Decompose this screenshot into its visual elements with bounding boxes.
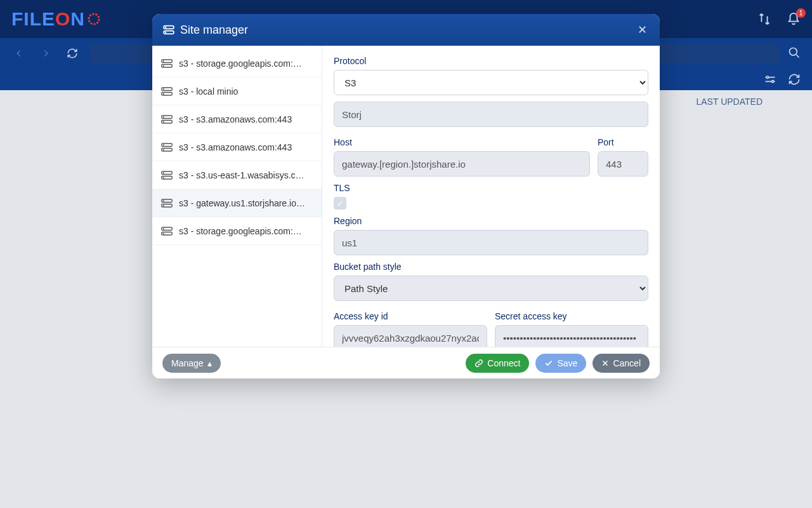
site-item-label: s3 - storage.googleapis.com:… bbox=[179, 58, 302, 69]
svg-point-15 bbox=[163, 93, 164, 94]
modal-footer: Manage ▴ Connect Save Cancel bbox=[152, 347, 660, 378]
connect-label: Connect bbox=[487, 358, 520, 368]
provider-field[interactable] bbox=[334, 102, 648, 127]
save-label: Save bbox=[557, 358, 577, 368]
svg-point-31 bbox=[163, 205, 164, 206]
cancel-label: Cancel bbox=[613, 358, 641, 368]
site-item[interactable]: s3 - s3.amazonaws.com:443 bbox=[152, 133, 322, 161]
cancel-button[interactable]: Cancel bbox=[593, 354, 650, 373]
site-manager-icon bbox=[162, 25, 175, 35]
close-button[interactable]: ✕ bbox=[635, 20, 650, 39]
svg-point-6 bbox=[166, 27, 166, 28]
secret-key-input[interactable] bbox=[495, 325, 648, 347]
svg-point-10 bbox=[163, 60, 164, 61]
svg-point-22 bbox=[163, 144, 164, 145]
site-item-label: s3 - gateway.us1.storjshare.io… bbox=[179, 198, 305, 208]
protocol-select[interactable]: S3 bbox=[334, 70, 648, 95]
site-item[interactable]: s3 - storage.googleapis.com:… bbox=[152, 217, 322, 245]
host-input[interactable] bbox=[334, 151, 590, 177]
region-label: Region bbox=[334, 216, 648, 226]
sites-list: s3 - storage.googleapis.com:…s3 - local … bbox=[152, 46, 322, 347]
tls-label: TLS bbox=[334, 183, 648, 193]
svg-point-7 bbox=[166, 32, 166, 33]
bucket-style-select[interactable]: Path Style bbox=[334, 276, 648, 301]
site-item-label: s3 - storage.googleapis.com:… bbox=[179, 226, 302, 236]
connect-button[interactable]: Connect bbox=[466, 354, 529, 373]
link-icon bbox=[475, 359, 483, 368]
svg-point-11 bbox=[163, 65, 164, 66]
svg-point-23 bbox=[163, 149, 164, 150]
svg-point-35 bbox=[163, 233, 164, 234]
caret-up-icon: ▴ bbox=[207, 358, 212, 368]
x-icon bbox=[601, 359, 609, 367]
svg-point-18 bbox=[163, 116, 164, 117]
manage-button[interactable]: Manage ▴ bbox=[162, 354, 221, 373]
site-item[interactable]: s3 - storage.googleapis.com:… bbox=[152, 50, 322, 77]
site-item-label: s3 - s3.amazonaws.com:443 bbox=[179, 114, 292, 124]
svg-point-19 bbox=[163, 121, 164, 122]
secret-key-label: Secret access key bbox=[495, 311, 648, 321]
site-item[interactable]: s3 - gateway.us1.storjshare.io… bbox=[152, 189, 322, 217]
manage-label: Manage bbox=[171, 358, 204, 368]
port-input[interactable] bbox=[598, 151, 648, 177]
access-key-input[interactable] bbox=[334, 325, 487, 347]
svg-point-14 bbox=[163, 88, 164, 89]
modal-overlay: Site manager ✕ s3 - storage.googleapis.c… bbox=[0, 0, 812, 508]
modal-title: Site manager bbox=[180, 23, 248, 37]
svg-point-26 bbox=[163, 172, 164, 173]
site-manager-modal: Site manager ✕ s3 - storage.googleapis.c… bbox=[152, 14, 660, 378]
site-item[interactable]: s3 - s3.us-east-1.wasabisys.c… bbox=[152, 161, 322, 189]
access-key-label: Access key id bbox=[334, 311, 487, 321]
port-label: Port bbox=[598, 137, 648, 147]
svg-point-34 bbox=[163, 228, 164, 229]
save-button[interactable]: Save bbox=[535, 354, 586, 373]
svg-point-27 bbox=[163, 177, 164, 178]
bucket-style-label: Bucket path style bbox=[334, 262, 648, 272]
site-item[interactable]: s3 - s3.amazonaws.com:443 bbox=[152, 105, 322, 133]
protocol-label: Protocol bbox=[334, 56, 648, 66]
check-icon bbox=[544, 359, 553, 368]
site-item-label: s3 - local minio bbox=[179, 86, 238, 97]
modal-header: Site manager ✕ bbox=[152, 14, 660, 46]
site-item-label: s3 - s3.amazonaws.com:443 bbox=[179, 142, 292, 152]
site-form: Protocol S3 Host Port TLS bbox=[322, 46, 660, 347]
tls-checkbox[interactable]: ✓ bbox=[334, 197, 346, 210]
svg-point-30 bbox=[163, 200, 164, 201]
site-item-label: s3 - s3.us-east-1.wasabisys.c… bbox=[179, 170, 304, 180]
host-label: Host bbox=[334, 137, 590, 147]
site-item[interactable]: s3 - local minio bbox=[152, 77, 322, 105]
region-input[interactable] bbox=[334, 230, 648, 255]
